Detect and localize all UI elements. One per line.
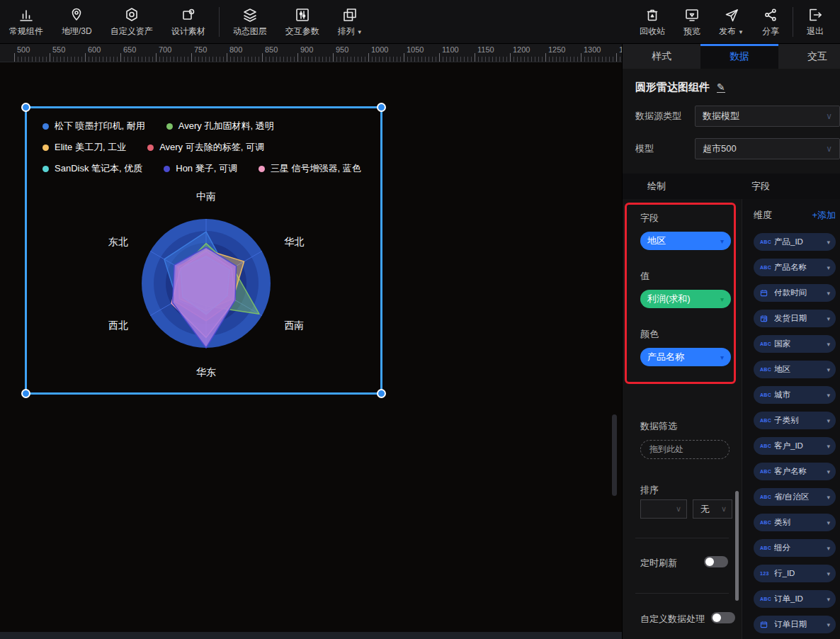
legend-dot xyxy=(166,123,173,130)
chevron-down-icon: ▾ xyxy=(827,341,830,348)
selection-handle-bottom-right[interactable] xyxy=(377,389,386,398)
datasource-type-select[interactable]: 数据模型 ∨ xyxy=(695,106,840,127)
radar-axis-label: 东北 xyxy=(108,236,128,247)
dimension-field-付款时间[interactable]: 付款时间▾ xyxy=(754,284,836,302)
toolbar-share-button[interactable]: 分享 xyxy=(753,0,788,43)
legend-label: Elite 美工刀, 工业 xyxy=(55,141,126,154)
legend-item[interactable]: Avery 可去除的标签, 可调 xyxy=(147,141,264,154)
dimension-field-地区[interactable]: ABC地区▾ xyxy=(754,361,836,378)
radar-chart-component[interactable]: 中南华北西南华东西北东北 松下 喷墨打印机, 耐用Avery 孔加固材料, 透明… xyxy=(25,106,382,395)
toolbar-trash-button[interactable]: 回收站 xyxy=(630,0,674,43)
text-type-icon: ABC xyxy=(760,494,774,499)
tab-样式[interactable]: 样式 xyxy=(623,44,700,69)
toolbar-separator xyxy=(219,7,220,37)
chevron-down-icon: ▾ xyxy=(827,392,830,399)
toolbar-button-label: 排列▼ xyxy=(338,26,363,38)
ruler-label: 750 xyxy=(194,45,207,54)
dimension-field-类别[interactable]: ABC类别▾ xyxy=(754,514,836,531)
legend-item[interactable]: 松下 喷墨打印机, 耐用 xyxy=(42,120,145,132)
chart-legend: 松下 喷墨打印机, 耐用Avery 孔加固材料, 透明Elite 美工刀, 工业… xyxy=(42,115,376,179)
field-name: 订单_ID xyxy=(774,594,803,604)
add-dimension-link[interactable]: +添加 xyxy=(812,209,836,222)
legend-label: 松下 喷墨打印机, 耐用 xyxy=(55,120,145,132)
legend-item[interactable]: 三星 信号增强器, 蓝色 xyxy=(259,162,361,175)
legend-item[interactable]: Hon 凳子, 可调 xyxy=(164,162,237,175)
toolbar-sliders-button[interactable]: 交互参数 xyxy=(276,0,329,43)
chevron-down-icon: ▾ xyxy=(720,295,724,303)
dimension-field-省/自治区[interactable]: ABC省/自治区▾ xyxy=(754,488,836,506)
chevron-down-icon: ∨ xyxy=(826,111,832,121)
preview-icon xyxy=(683,6,700,23)
canvas-vertical-scrollbar[interactable] xyxy=(612,414,617,496)
model-select[interactable]: 超市500 ∨ xyxy=(695,138,840,159)
sort-field-select[interactable]: ∨ xyxy=(640,499,687,519)
edit-title-icon[interactable]: ✎ xyxy=(717,82,725,93)
toolbar-layers-button[interactable]: 动态图层 xyxy=(224,0,276,43)
dimension-field-子类别[interactable]: ABC子类别▾ xyxy=(754,412,836,429)
toolbar-hexagon-button[interactable]: 自定义资产 xyxy=(101,0,162,43)
toolbar-button-label: 交互参数 xyxy=(285,26,319,38)
legend-item[interactable]: SanDisk 笔记本, 优质 xyxy=(42,162,142,175)
divider xyxy=(635,593,729,594)
dimension-field-城市[interactable]: ABC城市▾ xyxy=(754,386,836,404)
hexagon-icon xyxy=(123,6,140,23)
chevron-down-icon: ▾ xyxy=(827,621,830,628)
dimension-field-订单_ID[interactable]: ABC订单_ID▾ xyxy=(754,590,836,608)
selection-handle-top-left[interactable] xyxy=(21,103,30,112)
sort-order-value: 无 xyxy=(700,503,710,516)
dimension-field-国家[interactable]: ABC国家▾ xyxy=(754,335,836,353)
field-name: 细分 xyxy=(774,543,790,553)
timed-refresh-toggle[interactable] xyxy=(704,556,728,567)
ruler-ticks-major xyxy=(14,53,622,62)
legend-item[interactable]: Avery 孔加固材料, 透明 xyxy=(166,120,274,132)
value-select-pill[interactable]: 利润(求和) ▾ xyxy=(640,290,731,308)
ruler-label: 900 xyxy=(300,45,313,54)
subtab-fields[interactable]: 字段 xyxy=(742,180,840,193)
dimension-field-细分[interactable]: ABC细分▾ xyxy=(754,539,836,557)
toolbar-bar-chart-button[interactable]: 常规组件 xyxy=(0,0,52,43)
text-type-icon: ABC xyxy=(760,265,774,270)
toolbar-button-label: 地理/3D xyxy=(62,26,92,38)
toolbar-button-label: 自定义资产 xyxy=(110,26,153,38)
toolbar-preview-button[interactable]: 预览 xyxy=(674,0,710,43)
selection-handle-bottom-left[interactable] xyxy=(21,389,30,398)
tab-交互[interactable]: 交互 xyxy=(778,44,840,69)
toolbar-design-asset-button[interactable]: 设计素材 xyxy=(162,0,215,43)
ruler-label: 1250 xyxy=(548,45,565,54)
tab-数据[interactable]: 数据 xyxy=(700,44,778,69)
ruler-label: 1050 xyxy=(407,45,424,54)
toolbar-exit-button[interactable]: 退出 xyxy=(798,0,833,43)
legend-label: SanDisk 笔记本, 优质 xyxy=(55,162,142,175)
legend-item[interactable]: Elite 美工刀, 工业 xyxy=(42,141,126,154)
toolbar-publish-button[interactable]: 发布▼ xyxy=(710,0,753,43)
custom-data-processing-toggle[interactable] xyxy=(711,612,735,623)
dimension-field-客户名称[interactable]: ABC客户名称▾ xyxy=(754,463,836,480)
text-type-icon: ABC xyxy=(760,418,774,423)
exit-icon xyxy=(807,6,824,23)
field-select-pill[interactable]: 地区 ▾ xyxy=(640,232,731,250)
legend-dot xyxy=(259,166,265,172)
legend-label: 三星 信号增强器, 蓝色 xyxy=(271,162,361,175)
toolbar-map-pin-button[interactable]: 地理/3D xyxy=(52,0,101,43)
legend-dot xyxy=(164,166,170,172)
sort-order-select[interactable]: 无 ∨ xyxy=(693,499,732,519)
panel-scrollbar-thumb[interactable] xyxy=(735,491,739,601)
design-canvas[interactable]: 中南华北西南华东西北东北 松下 喷墨打印机, 耐用Avery 孔加固材料, 透明… xyxy=(0,62,622,639)
legend-label: Hon 凳子, 可调 xyxy=(176,162,237,175)
color-select-pill[interactable]: 产品名称 ▾ xyxy=(640,348,731,366)
filter-drop-zone[interactable]: 拖到此处 xyxy=(640,440,730,459)
dimension-field-产品名称[interactable]: ABC产品名称▾ xyxy=(754,259,836,276)
selection-handle-top-right[interactable] xyxy=(377,103,386,112)
dimension-field-行_ID[interactable]: 123行_ID▾ xyxy=(754,565,836,582)
toolbar-arrange-button[interactable]: 排列▼ xyxy=(329,0,372,43)
dimension-field-订单日期[interactable]: 订单日期▾ xyxy=(754,616,836,633)
dimension-field-发货日期[interactable]: 发货日期▾ xyxy=(754,310,836,327)
subtab-draw[interactable]: 绘制 xyxy=(623,180,742,193)
canvas-horizontal-scrollbar[interactable] xyxy=(0,632,622,639)
ruler-label: 600 xyxy=(88,45,101,54)
dimension-field-客户_ID[interactable]: ABC客户_ID▾ xyxy=(754,437,836,455)
field-name: 客户名称 xyxy=(774,466,807,477)
dimension-field-产品_ID[interactable]: ABC产品_ID▾ xyxy=(754,233,836,251)
panel-subtabs: 绘制 字段 xyxy=(623,174,840,199)
chevron-down-icon: ∨ xyxy=(826,144,832,154)
